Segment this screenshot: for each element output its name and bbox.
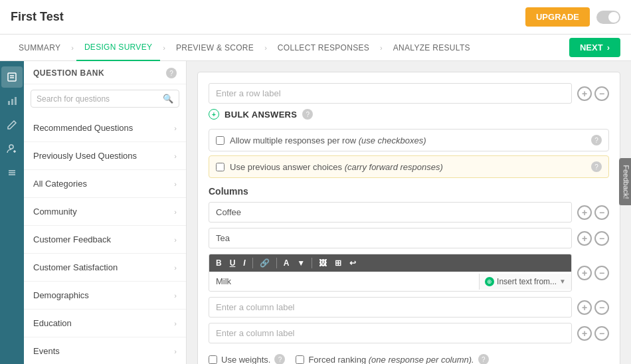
allow-multiple-checkbox[interactable] — [216, 136, 225, 145]
forced-ranking-label: Forced ranking (one response per column)… — [308, 355, 474, 365]
insert-text-button[interactable]: ⊕ Insert text from... ▼ — [479, 274, 571, 290]
qb-item-customer-satisfaction[interactable]: Customer Satisfaction › — [24, 256, 186, 278]
svg-rect-5 — [15, 97, 17, 105]
top-bar: First Test UPGRADE — [0, 0, 631, 35]
text-toolbar: B U I 🔗 A ▼ 🖼 ⊞ ↩ — [209, 254, 571, 272]
tab-analyze-results[interactable]: ANALYZE RESULTS — [385, 35, 478, 61]
column-input-tea[interactable] — [209, 228, 572, 248]
toolbar-font-color-arrow[interactable]: ▼ — [294, 257, 308, 269]
tab-design-survey[interactable]: DESIGN SURVEY — [76, 35, 160, 61]
column-row-empty-1: + − — [209, 297, 609, 318]
qb-divider-6 — [24, 281, 186, 282]
carry-forward-checkbox[interactable] — [216, 163, 225, 171]
question-bank-panel: QUESTION BANK ? 🔍 Recommended Questions … — [24, 61, 187, 364]
add-column-coffee-button[interactable]: + — [577, 205, 592, 220]
qb-chevron-events: › — [174, 347, 177, 355]
qb-item-events[interactable]: Events › — [24, 340, 186, 362]
nav-arrow-2: › — [163, 44, 165, 52]
add-column-empty1-button[interactable]: + — [577, 300, 592, 315]
tab-preview-score[interactable]: PREVIEW & SCORE — [168, 35, 262, 61]
qb-divider-1 — [24, 141, 186, 142]
search-input[interactable] — [37, 94, 159, 104]
search-icon: 🔍 — [163, 94, 173, 104]
content-panel: + − + BULK ANSWERS ? Allow multiple resp… — [197, 72, 620, 364]
qb-item-previously-used[interactable]: Previously Used Questions › — [24, 145, 186, 167]
remove-row-button[interactable]: − — [594, 86, 609, 101]
add-column-tea-button[interactable]: + — [577, 231, 592, 246]
sidebar-icon-chart[interactable] — [1, 90, 23, 112]
column-input-empty-2[interactable] — [209, 323, 572, 343]
toolbar-italic[interactable]: I — [240, 257, 248, 269]
allow-multiple-help-icon[interactable]: ? — [591, 135, 602, 145]
use-weights-help-icon[interactable]: ? — [274, 354, 285, 364]
sidebar-icon-edit[interactable] — [1, 114, 23, 136]
sidebar-icon-survey[interactable] — [1, 66, 23, 88]
column-input-milk[interactable] — [209, 272, 479, 291]
toolbar-sep-2 — [276, 258, 277, 268]
add-column-empty2-button[interactable]: + — [577, 326, 592, 341]
tab-summary[interactable]: SUMMARY — [11, 35, 68, 61]
remove-column-empty2-button[interactable]: − — [594, 326, 609, 341]
remove-column-tea-button[interactable]: − — [594, 231, 609, 246]
next-button[interactable]: NEXT › — [569, 38, 620, 57]
remove-column-empty1-button[interactable]: − — [594, 300, 609, 315]
insert-icon: ⊕ — [485, 277, 494, 286]
sidebar-icon-person-add[interactable] — [1, 138, 23, 159]
forced-ranking-help-icon[interactable]: ? — [478, 354, 489, 364]
column-btns-empty-1: + − — [577, 300, 609, 315]
toolbar-underline[interactable]: U — [227, 257, 238, 269]
search-input-wrap: 🔍 — [31, 90, 179, 108]
toolbar-sep-1 — [252, 258, 253, 268]
qb-item-all-categories[interactable]: All Categories › — [24, 173, 186, 195]
column-input-coffee[interactable] — [209, 202, 572, 223]
use-weights-label: Use weights. — [221, 355, 270, 365]
carry-forward-row: Use previous answer choices (carry forwa… — [209, 155, 609, 178]
carry-forward-label: Use previous answer choices (carry forwa… — [230, 162, 443, 172]
toolbar-image[interactable]: 🖼 — [316, 257, 329, 269]
qb-item-education[interactable]: Education › — [24, 312, 186, 334]
bulk-answers-icon[interactable]: + — [209, 109, 219, 120]
feedback-tab[interactable]: Feedback! — [618, 158, 631, 205]
toolbar-font-color[interactable]: A — [281, 257, 292, 269]
bulk-answers-help-icon[interactable]: ? — [302, 109, 313, 120]
search-box: 🔍 — [24, 84, 186, 113]
column-input-empty-1[interactable] — [209, 297, 572, 318]
column-row-milk: B U I 🔗 A ▼ 🖼 ⊞ ↩ — [209, 254, 609, 292]
forced-ranking-item: Forced ranking (one response per column)… — [296, 354, 488, 364]
carry-forward-help-icon[interactable]: ? — [591, 161, 602, 172]
toolbar-grid[interactable]: ⊞ — [332, 257, 344, 269]
remove-column-milk-button[interactable]: − — [594, 266, 609, 280]
bulk-answers-label: BULK ANSWERS — [225, 110, 297, 120]
add-column-milk-button[interactable]: + — [577, 266, 592, 280]
row-label-input[interactable] — [209, 83, 572, 104]
remove-column-coffee-button[interactable]: − — [594, 205, 609, 220]
qb-chevron-customer-satisfaction: › — [174, 264, 177, 272]
main-layout: QUESTION BANK ? 🔍 Recommended Questions … — [0, 61, 631, 364]
question-bank-help-icon[interactable]: ? — [166, 68, 177, 78]
sidebar-icon-settings[interactable] — [1, 162, 23, 183]
add-row-button[interactable]: + — [577, 86, 592, 101]
svg-rect-4 — [11, 99, 13, 105]
upgrade-button[interactable]: UPGRADE — [525, 7, 590, 27]
question-bank-header: QUESTION BANK ? — [24, 61, 186, 84]
use-weights-item: Use weights. ? — [209, 354, 285, 364]
bulk-answers-row: + BULK ANSWERS ? — [209, 109, 609, 120]
qb-item-customer-feedback[interactable]: Customer Feedback › — [24, 228, 186, 250]
tab-collect-responses[interactable]: COLLECT RESPONSES — [270, 35, 377, 61]
use-weights-checkbox[interactable] — [209, 355, 217, 364]
svg-point-6 — [9, 145, 13, 149]
toolbar-link[interactable]: 🔗 — [257, 257, 272, 269]
qb-item-community[interactable]: Community › — [24, 201, 186, 223]
allow-multiple-label: Allow multiple responses per row (use ch… — [230, 136, 426, 145]
qb-items-list: Recommended Questions › Previously Used … — [24, 113, 186, 364]
qb-divider-2 — [24, 169, 186, 170]
qb-chevron-recommended: › — [174, 124, 177, 132]
toolbar-bold[interactable]: B — [213, 257, 225, 269]
forced-ranking-checkbox[interactable] — [296, 355, 304, 364]
toolbar-undo[interactable]: ↩ — [347, 257, 359, 269]
qb-item-demographics[interactable]: Demographics › — [24, 284, 186, 306]
main-content: + − + BULK ANSWERS ? Allow multiple resp… — [187, 61, 631, 364]
qb-item-recommended[interactable]: Recommended Questions › — [24, 117, 186, 139]
toolbar-sep-3 — [312, 258, 312, 268]
toggle-button[interactable] — [596, 11, 620, 24]
